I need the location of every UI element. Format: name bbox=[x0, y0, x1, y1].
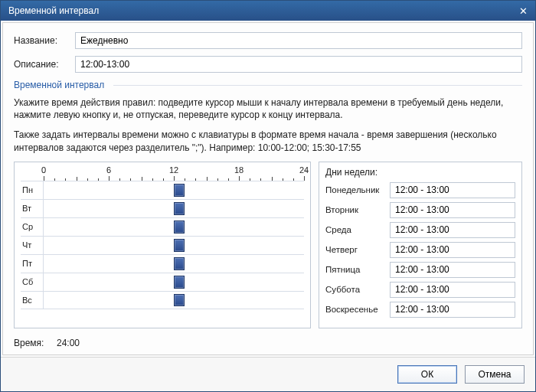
days-panel: Дни недели: ПонедельникВторникСредаЧетве… bbox=[319, 162, 522, 328]
timeline-track[interactable] bbox=[44, 181, 304, 199]
day-short-label: Пн bbox=[21, 181, 44, 199]
ruler-label: 12 bbox=[169, 165, 178, 175]
timeline-track[interactable] bbox=[44, 292, 304, 309]
days-header: Дни недели: bbox=[325, 167, 515, 178]
timeline-track[interactable] bbox=[44, 255, 304, 273]
time-interval-block[interactable] bbox=[174, 276, 185, 289]
timeline-track[interactable] bbox=[44, 273, 304, 291]
day-short-label: Вс bbox=[21, 292, 44, 309]
name-input[interactable] bbox=[75, 32, 522, 49]
main-row: 06121824 ПнВтСрЧтПтСбВс Дни недели: Поне… bbox=[14, 162, 522, 328]
day-input-row: Пятница bbox=[325, 262, 515, 278]
timeline-track[interactable] bbox=[44, 200, 304, 217]
time-ruler: 06121824 bbox=[44, 165, 304, 181]
timeline-row: Ср bbox=[21, 217, 304, 236]
day-input-row: Вторник bbox=[325, 202, 515, 218]
timeline-row: Вс bbox=[21, 291, 304, 309]
day-input-row: Среда bbox=[325, 222, 515, 238]
day-interval-input[interactable] bbox=[390, 222, 515, 238]
cancel-button[interactable]: Отмена bbox=[465, 365, 525, 384]
time-interval-block[interactable] bbox=[174, 294, 185, 306]
time-interval-dialog: Временной интервал ✕ Название: Описание:… bbox=[0, 0, 536, 392]
dialog-footer: ОК Отмена bbox=[1, 357, 535, 391]
time-label: Время: bbox=[14, 338, 57, 348]
day-name-label: Понедельник bbox=[325, 185, 390, 194]
ruler-label: 18 bbox=[234, 165, 243, 175]
day-name-label: Суббота bbox=[325, 285, 390, 294]
day-interval-input[interactable] bbox=[390, 202, 515, 218]
time-interval-block[interactable] bbox=[174, 202, 185, 215]
day-name-label: Четверг bbox=[325, 245, 390, 254]
ruler-label: 0 bbox=[41, 165, 46, 175]
day-short-label: Сб bbox=[21, 273, 44, 291]
timeline-rows: ПнВтСрЧтПтСбВс bbox=[21, 181, 304, 309]
dialog-body: Название: Описание: Временной интервал У… bbox=[2, 22, 534, 355]
timeline-row: Сб bbox=[21, 273, 304, 291]
day-interval-input[interactable] bbox=[390, 242, 515, 258]
help-text-2: Также задать интервалы времени можно с к… bbox=[14, 129, 522, 153]
day-name-label: Среда bbox=[325, 225, 390, 234]
time-interval-block[interactable] bbox=[174, 184, 185, 197]
day-input-row: Суббота bbox=[325, 282, 515, 298]
days-rows: ПонедельникВторникСредаЧетвергПятницаСуб… bbox=[325, 182, 515, 318]
timeline-track[interactable] bbox=[44, 237, 304, 254]
time-value: 24:00 bbox=[57, 338, 80, 348]
desc-row: Описание: bbox=[14, 56, 522, 73]
timeline-row: Пн bbox=[21, 181, 304, 199]
day-name-label: Вторник bbox=[325, 205, 390, 214]
titlebar: Временной интервал ✕ bbox=[1, 1, 535, 21]
desc-input[interactable] bbox=[75, 56, 522, 73]
ruler-label: 24 bbox=[299, 165, 309, 175]
time-interval-block[interactable] bbox=[174, 239, 185, 252]
help-text-1: Укажите время действия правил: подведите… bbox=[14, 96, 522, 121]
day-short-label: Пт bbox=[21, 255, 44, 273]
window-title: Временной интервал bbox=[8, 5, 515, 16]
close-icon[interactable]: ✕ bbox=[515, 4, 531, 18]
day-interval-input[interactable] bbox=[390, 302, 515, 318]
timeline-row: Пт bbox=[21, 254, 304, 273]
time-status: Время: 24:00 bbox=[14, 338, 522, 348]
day-interval-input[interactable] bbox=[390, 182, 515, 198]
desc-label: Описание: bbox=[14, 59, 75, 70]
day-short-label: Вт bbox=[21, 200, 44, 217]
day-interval-input[interactable] bbox=[390, 282, 515, 298]
timeline-panel: 06121824 ПнВтСрЧтПтСбВс bbox=[14, 162, 311, 328]
ok-button[interactable]: ОК bbox=[397, 365, 457, 384]
day-input-row: Понедельник bbox=[325, 182, 515, 198]
day-short-label: Ср bbox=[21, 218, 44, 236]
timeline-row: Чт bbox=[21, 236, 304, 254]
name-label: Название: bbox=[14, 35, 75, 46]
day-name-label: Воскресенье bbox=[325, 305, 390, 314]
day-interval-input[interactable] bbox=[390, 262, 515, 278]
section-title: Временной интервал bbox=[14, 80, 522, 90]
timeline-row: Вт bbox=[21, 199, 304, 217]
day-input-row: Четверг bbox=[325, 242, 515, 258]
day-short-label: Чт bbox=[21, 237, 44, 254]
ruler-label: 6 bbox=[106, 165, 111, 175]
time-interval-block[interactable] bbox=[174, 220, 185, 234]
day-input-row: Воскресенье bbox=[325, 302, 515, 318]
name-row: Название: bbox=[14, 32, 522, 49]
day-name-label: Пятница bbox=[325, 265, 390, 274]
timeline-track[interactable] bbox=[44, 218, 304, 236]
time-interval-block[interactable] bbox=[174, 257, 185, 270]
